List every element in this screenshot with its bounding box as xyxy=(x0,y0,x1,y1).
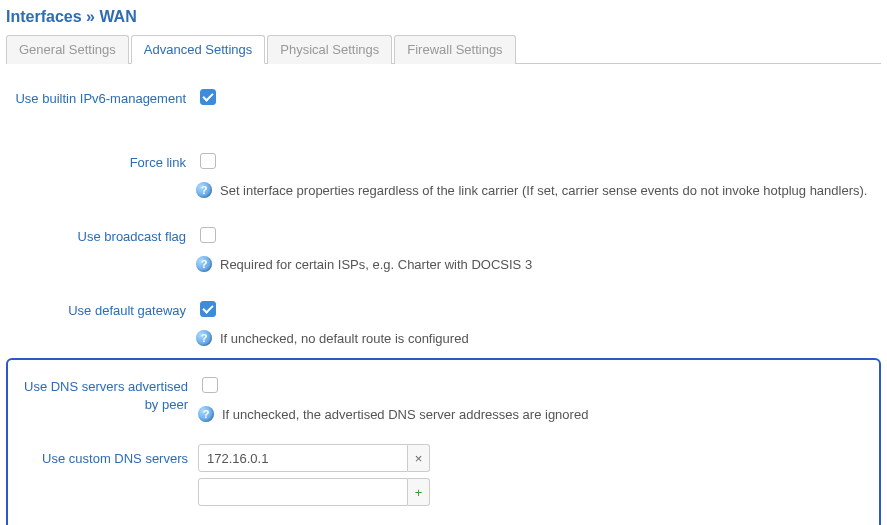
help-icon: ? xyxy=(196,256,212,272)
checkbox-ipv6-management[interactable] xyxy=(200,89,216,105)
tab-physical-settings[interactable]: Physical Settings xyxy=(267,35,392,64)
label-broadcast-flag: Use broadcast flag xyxy=(6,224,196,246)
close-icon: × xyxy=(415,452,423,465)
label-peer-dns: Use DNS servers advertised by peer xyxy=(8,374,198,413)
custom-dns-entry: × xyxy=(198,444,875,472)
checkbox-broadcast-flag[interactable] xyxy=(200,227,216,243)
dns-section-highlight: Use DNS servers advertised by peer ? If … xyxy=(6,358,881,525)
hint-text-peer-dns: If unchecked, the advertised DNS server … xyxy=(222,407,588,422)
checkbox-force-link[interactable] xyxy=(200,153,216,169)
row-peer-dns: Use DNS servers advertised by peer ? If … xyxy=(8,370,875,426)
tab-bar: General Settings Advanced Settings Physi… xyxy=(6,34,881,64)
row-force-link: Force link ? Set interface properties re… xyxy=(6,146,881,202)
tab-general-settings[interactable]: General Settings xyxy=(6,35,129,64)
label-default-gateway: Use default gateway xyxy=(6,298,196,320)
label-custom-dns: Use custom DNS servers xyxy=(8,444,198,468)
checkbox-peer-dns[interactable] xyxy=(202,377,218,393)
hint-peer-dns: ? If unchecked, the advertised DNS serve… xyxy=(198,406,875,422)
hint-text-force-link: Set interface properties regardless of t… xyxy=(220,183,867,198)
remove-dns-button[interactable]: × xyxy=(408,444,430,472)
label-force-link: Force link xyxy=(6,150,196,172)
custom-dns-new-entry: + xyxy=(198,478,875,506)
help-icon: ? xyxy=(198,406,214,422)
plus-icon: + xyxy=(415,486,423,499)
custom-dns-input-new[interactable] xyxy=(198,478,408,506)
hint-force-link: ? Set interface properties regardless of… xyxy=(196,182,881,198)
label-ipv6-management: Use builtin IPv6-management xyxy=(6,86,196,108)
tab-firewall-settings[interactable]: Firewall Settings xyxy=(394,35,515,64)
help-icon: ? xyxy=(196,182,212,198)
add-dns-button[interactable]: + xyxy=(408,478,430,506)
checkbox-default-gateway[interactable] xyxy=(200,301,216,317)
tab-advanced-settings[interactable]: Advanced Settings xyxy=(131,35,265,64)
hint-text-default-gateway: If unchecked, no default route is config… xyxy=(220,331,469,346)
row-custom-dns: Use custom DNS servers × + xyxy=(8,440,875,516)
help-icon: ? xyxy=(196,330,212,346)
hint-text-broadcast-flag: Required for certain ISPs, e.g. Charter … xyxy=(220,257,532,272)
row-default-gateway: Use default gateway ? If unchecked, no d… xyxy=(6,294,881,350)
row-ipv6-management: Use builtin IPv6-management xyxy=(6,82,881,112)
row-broadcast-flag: Use broadcast flag ? Required for certai… xyxy=(6,220,881,276)
page-title: Interfaces » WAN xyxy=(6,8,881,26)
hint-broadcast-flag: ? Required for certain ISPs, e.g. Charte… xyxy=(196,256,881,272)
hint-default-gateway: ? If unchecked, no default route is conf… xyxy=(196,330,881,346)
custom-dns-input[interactable] xyxy=(198,444,408,472)
